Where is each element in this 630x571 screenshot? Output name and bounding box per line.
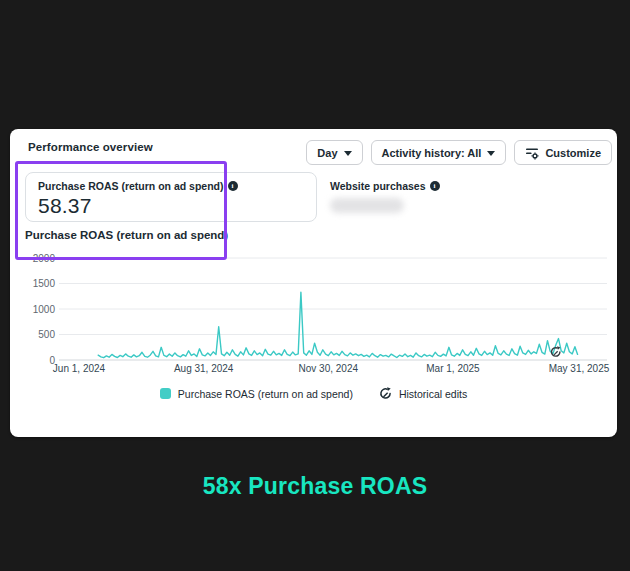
website-purchases-label: Website purchases: [330, 180, 426, 192]
info-icon[interactable]: i: [228, 181, 238, 191]
y-tick-label: 1500: [33, 278, 56, 289]
activity-history-dropdown[interactable]: Activity history: All: [371, 140, 507, 165]
redacted-value-blur: [330, 198, 404, 213]
chevron-down-icon: [344, 151, 352, 156]
legend-series-label: Purchase ROAS (return on ad spend): [178, 388, 353, 400]
x-tick-label: Jun 1, 2024: [53, 363, 106, 374]
legend-item-historical-edits[interactable]: Historical edits: [379, 387, 467, 400]
x-tick-label: May 31, 2025: [549, 363, 610, 374]
caption-58x-purchase-roas: 58x Purchase ROAS: [0, 473, 630, 500]
panel-title: Performance overview: [28, 141, 153, 153]
y-tick-label: 2000: [33, 253, 56, 264]
customize-sliders-icon: [525, 146, 539, 160]
series-swatch-icon: [160, 388, 171, 399]
historical-edit-marker-icon[interactable]: [552, 346, 561, 356]
x-tick-label: Nov 30, 2024: [299, 363, 359, 374]
day-dropdown[interactable]: Day: [306, 140, 362, 165]
info-icon[interactable]: i: [430, 181, 440, 191]
chart-legend: Purchase ROAS (return on ad spend) Histo…: [10, 387, 617, 400]
historical-edits-icon: [379, 387, 392, 400]
day-dropdown-label: Day: [317, 147, 337, 159]
y-tick-label: 1000: [33, 304, 56, 315]
metric-website-purchases[interactable]: Website purchases i: [330, 180, 440, 213]
y-tick-label: 500: [38, 329, 55, 340]
panel-controls: Day Activity history: All Customize: [306, 140, 612, 165]
roas-line-chart[interactable]: 0500100015002000Jun 1, 2024Aug 31, 2024N…: [25, 248, 610, 378]
purchase-roas-value: 58.37: [38, 194, 304, 218]
customize-button[interactable]: Customize: [514, 140, 612, 165]
screenshot-stage: Performance overview Day Activity histor…: [0, 0, 630, 571]
activity-history-label: Activity history: All: [382, 147, 482, 159]
legend-historical-edits-label: Historical edits: [399, 388, 467, 400]
legend-item-purchase-roas[interactable]: Purchase ROAS (return on ad spend): [160, 388, 353, 400]
customize-label: Customize: [545, 147, 601, 159]
purchase-roas-label: Purchase ROAS (return on ad spend): [38, 180, 224, 192]
chart-title: Purchase ROAS (return on ad spend): [25, 229, 228, 241]
roas-series-line: [98, 292, 577, 358]
metric-card-purchase-roas[interactable]: Purchase ROAS (return on ad spend) i 58.…: [25, 172, 317, 222]
x-tick-label: Mar 1, 2025: [426, 363, 480, 374]
chevron-down-icon: [487, 151, 495, 156]
x-tick-label: Aug 31, 2024: [174, 363, 234, 374]
